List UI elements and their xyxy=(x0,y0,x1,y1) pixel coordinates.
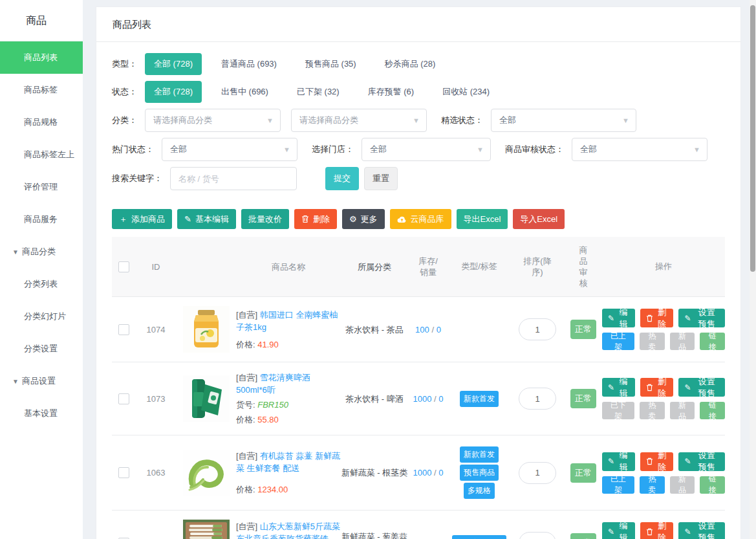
price-line: 价格: 55.80 xyxy=(236,413,341,426)
more-button[interactable]: ⚙ 更多 xyxy=(342,209,385,229)
row-actions: ✎编辑 删除 ✎设置预售 已上架 热卖 新品 链接 xyxy=(602,309,725,350)
sidebar-item-category-list[interactable]: 分类列表 xyxy=(0,268,83,300)
hot-status-select[interactable]: 全部 ▼ xyxy=(162,138,297,161)
table-row: 1062 xyxy=(112,511,725,539)
stock-sales: 100 / 0 xyxy=(408,324,448,336)
self-operated-prefix: [自营] xyxy=(236,373,257,382)
price-value: 55.80 xyxy=(257,415,279,424)
status-option-stockwarn[interactable]: 库存预警 (6) xyxy=(359,81,424,103)
sidebar-item-product-list[interactable]: 商品列表 xyxy=(0,41,83,74)
filter-row-hot-store-audit: 热门状态： 全部 ▼ 选择门店： 全部 ▼ 商品审核状态： 全部 ▼ xyxy=(112,138,725,161)
sidebar-group-label: 商品设置 xyxy=(22,376,56,386)
status-option-recycle[interactable]: 回收站 (234) xyxy=(433,81,499,103)
new-toggle-button[interactable]: 新品 xyxy=(670,402,695,419)
set-presale-button[interactable]: ✎设置预售 xyxy=(678,452,725,471)
set-presale-button[interactable]: ✎设置预售 xyxy=(678,522,725,539)
product-category: 茶水饮料 - 茶品 xyxy=(341,324,408,336)
status-filter-label: 状态： xyxy=(112,86,137,98)
sidebar-item-category-slides[interactable]: 分类幻灯片 xyxy=(0,300,83,333)
sidebar-item-product-tag-topleft[interactable]: 商品标签左上 xyxy=(0,138,83,171)
batch-price-button[interactable]: 批量改价 xyxy=(241,209,289,229)
product-name-cell: [自营] 韩国进口 全南蜂蜜柚子茶1kg 价格: 41.90 xyxy=(236,309,341,351)
edit-button[interactable]: ✎编辑 xyxy=(602,522,635,539)
delete-button[interactable]: 删除 xyxy=(294,209,337,229)
filter-row-status: 状态： 全部 (728) 出售中 (696) 已下架 (32) 库存预警 (6)… xyxy=(112,81,725,103)
tag-badge: 新款首发 xyxy=(460,391,499,407)
row-checkbox[interactable] xyxy=(118,393,129,404)
new-toggle-button[interactable]: 新品 xyxy=(670,476,695,494)
edit-button[interactable]: ✎编辑 xyxy=(602,452,635,471)
set-presale-button[interactable]: ✎设置预售 xyxy=(678,309,725,327)
cloud-library-button[interactable]: 云商品库 xyxy=(390,209,451,229)
type-option-presale[interactable]: 预售商品 (35) xyxy=(296,53,365,75)
sort-input[interactable] xyxy=(519,462,556,484)
sort-input[interactable] xyxy=(519,532,556,539)
add-product-button[interactable]: ＋ 添加商品 xyxy=(112,209,172,229)
hot-toggle-button[interactable]: 热卖 xyxy=(640,476,665,494)
sidebar-item-product-services[interactable]: 商品服务 xyxy=(0,203,83,236)
edit-button[interactable]: ✎编辑 xyxy=(602,309,635,327)
type-option-all[interactable]: 全部 (728) xyxy=(145,53,202,75)
search-input[interactable] xyxy=(170,167,297,190)
link-button[interactable]: 链接 xyxy=(700,402,725,419)
link-button[interactable]: 链接 xyxy=(700,333,725,350)
sidebar-item-product-specs[interactable]: 商品规格 xyxy=(0,106,83,138)
shelf-toggle-button[interactable]: 已上架 xyxy=(602,333,634,350)
delete-row-button[interactable]: 删除 xyxy=(640,378,674,397)
toolbar: ＋ 添加商品 ✎ 基本编辑 批量改价 删除 ⚙ 更多 云商品库 导出Excel … xyxy=(96,196,740,237)
store-label: 选择门店： xyxy=(312,144,354,155)
audit-status-select[interactable]: 全部 ▼ xyxy=(572,138,707,161)
hot-toggle-button[interactable]: 热卖 xyxy=(640,333,665,350)
product-category: 新鲜蔬菜 - 根茎类 xyxy=(341,467,408,479)
shelf-toggle-button[interactable]: 已上架 xyxy=(602,476,634,494)
sku-line: 货号: FBR150 xyxy=(236,399,341,411)
sort-input[interactable] xyxy=(519,318,556,340)
store-select[interactable]: 全部 ▼ xyxy=(362,138,491,161)
type-option-normal[interactable]: 普通商品 (693) xyxy=(212,53,286,75)
self-operated-prefix: [自营] xyxy=(236,522,257,531)
sidebar-item-category-settings[interactable]: 分类设置 xyxy=(0,333,83,365)
shelf-toggle-button[interactable]: 已下架 xyxy=(602,402,634,419)
row-checkbox[interactable] xyxy=(118,324,129,335)
set-presale-button[interactable]: ✎设置预售 xyxy=(678,378,725,397)
link-button[interactable]: 链接 xyxy=(700,476,725,494)
featured-status-select[interactable]: 全部 ▼ xyxy=(491,109,636,132)
type-option-seckill[interactable]: 秒杀商品 (28) xyxy=(376,53,445,75)
reset-button[interactable]: 重置 xyxy=(364,167,398,190)
column-sort: 排序(降序) xyxy=(510,256,565,278)
status-option-all[interactable]: 全部 (728) xyxy=(145,81,202,103)
sidebar-group-product-settings[interactable]: ▼商品设置 xyxy=(0,365,83,397)
plus-icon: ＋ xyxy=(119,215,127,223)
vertical-scrollbar xyxy=(750,0,756,539)
page-title: 商品列表 xyxy=(96,7,740,42)
sidebar-item-basic-settings[interactable]: 基本设置 xyxy=(0,397,83,430)
sidebar-item-product-tags[interactable]: 商品标签 xyxy=(0,74,83,106)
column-type-tags: 类型/标签 xyxy=(448,261,510,272)
new-toggle-button[interactable]: 新品 xyxy=(670,333,695,350)
price-line: 价格: 41.90 xyxy=(236,338,341,351)
import-excel-button[interactable]: 导入Excel xyxy=(513,209,565,229)
sort-input[interactable] xyxy=(519,388,556,410)
delete-row-button[interactable]: 删除 xyxy=(640,309,674,327)
status-option-offshelf[interactable]: 已下架 (32) xyxy=(288,81,349,103)
audit-status-badge: 正常 xyxy=(570,533,596,539)
scrollbar-thumb[interactable] xyxy=(750,5,755,272)
sidebar-item-review-management[interactable]: 评价管理 xyxy=(0,171,83,203)
chevron-down-icon: ▼ xyxy=(283,146,290,153)
basic-edit-button[interactable]: ✎ 基本编辑 xyxy=(177,209,236,229)
category-select-2[interactable]: 请选择商品分类 ▼ xyxy=(291,109,427,132)
row-checkbox[interactable] xyxy=(118,467,129,478)
chevron-down-icon: ▼ xyxy=(266,116,274,124)
type-tags: 新人必买好物 xyxy=(448,533,510,539)
category-select-1[interactable]: 请选择商品分类 ▼ xyxy=(145,109,281,132)
submit-button[interactable]: 提交 xyxy=(325,167,359,190)
delete-row-button[interactable]: 删除 xyxy=(640,452,674,471)
sidebar-group-product-category[interactable]: ▼商品分类 xyxy=(0,236,83,268)
status-option-onsale[interactable]: 出售中 (696) xyxy=(212,81,277,103)
product-category: 茶水饮料 - 啤酒 xyxy=(341,393,408,405)
export-excel-button[interactable]: 导出Excel xyxy=(457,209,508,229)
delete-row-button[interactable]: 删除 xyxy=(640,522,674,539)
select-all-checkbox[interactable] xyxy=(118,261,129,272)
edit-button[interactable]: ✎编辑 xyxy=(602,378,635,397)
hot-toggle-button[interactable]: 热卖 xyxy=(640,402,665,419)
